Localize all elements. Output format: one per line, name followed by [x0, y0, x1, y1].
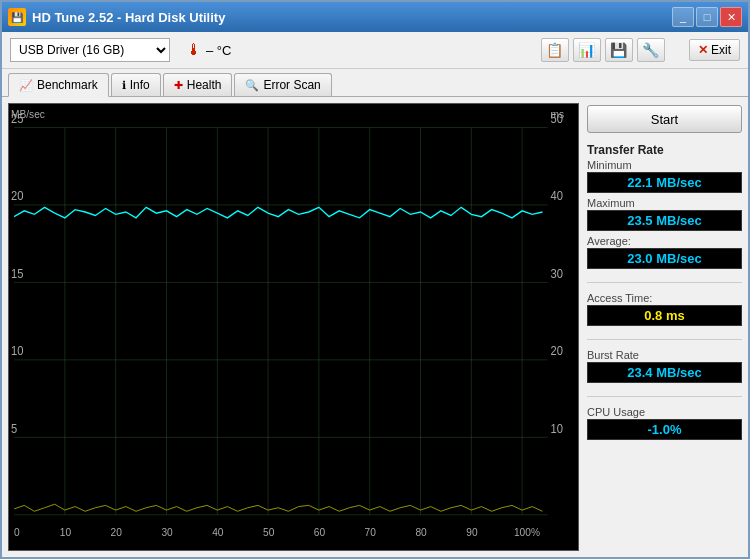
maximum-label: Maximum: [587, 197, 742, 209]
maximize-button[interactable]: □: [696, 7, 718, 27]
svg-text:20: 20: [11, 188, 24, 203]
save-icon-button[interactable]: 💾: [605, 38, 633, 62]
cpu-usage-label: CPU Usage: [587, 406, 742, 418]
tab-error-scan[interactable]: 🔍 Error Scan: [234, 73, 331, 96]
error-scan-tab-icon: 🔍: [245, 79, 259, 92]
drive-select[interactable]: USB Driver (16 GB): [10, 38, 170, 62]
access-time-label: Access Time:: [587, 292, 742, 304]
app-icon: 💾: [8, 8, 26, 26]
stats-panel: Start Transfer Rate Minimum 22.1 MB/sec …: [587, 103, 742, 551]
svg-rect-0: [9, 104, 578, 550]
divider-3: [587, 396, 742, 397]
svg-text:40: 40: [551, 188, 564, 203]
svg-text:30: 30: [161, 525, 172, 538]
chart-icon-button[interactable]: 📊: [573, 38, 601, 62]
svg-text:5: 5: [11, 421, 17, 436]
svg-text:100%: 100%: [514, 525, 540, 538]
toolbar-icons: 📋 📊 💾 🔧: [541, 38, 665, 62]
minimum-value: 22.1 MB/sec: [587, 172, 742, 193]
main-content: 25 20 15 10 5 MB/sec 50 40 30 20 10 ms 0…: [2, 97, 748, 557]
svg-text:10: 10: [60, 525, 71, 538]
start-button[interactable]: Start: [587, 105, 742, 133]
burst-rate-section: Burst Rate 23.4 MB/sec: [587, 349, 742, 387]
svg-text:70: 70: [365, 525, 376, 538]
titlebar: 💾 HD Tune 2.52 - Hard Disk Utility _ □ ✕: [2, 2, 748, 32]
transfer-rate-title: Transfer Rate: [587, 143, 742, 157]
exit-x-icon: ✕: [698, 43, 708, 57]
benchmark-tab-icon: 📈: [19, 79, 33, 92]
exit-label: Exit: [711, 43, 731, 57]
benchmark-chart: 25 20 15 10 5 MB/sec 50 40 30 20 10 ms 0…: [8, 103, 579, 551]
svg-text:90: 90: [466, 525, 477, 538]
svg-text:20: 20: [551, 343, 564, 358]
tab-info[interactable]: ℹ Info: [111, 73, 161, 96]
tab-health[interactable]: ✚ Health: [163, 73, 233, 96]
access-time-value: 0.8 ms: [587, 305, 742, 326]
health-tab-icon: ✚: [174, 79, 183, 92]
svg-text:20: 20: [111, 525, 122, 538]
tab-benchmark[interactable]: 📈 Benchmark: [8, 73, 109, 97]
info-tab-icon: ℹ: [122, 79, 126, 92]
svg-text:40: 40: [212, 525, 223, 538]
tab-bar: 📈 Benchmark ℹ Info ✚ Health 🔍 Error Scan: [2, 69, 748, 97]
svg-text:0: 0: [14, 525, 20, 538]
divider-1: [587, 282, 742, 283]
svg-text:80: 80: [415, 525, 426, 538]
maximum-value: 23.5 MB/sec: [587, 210, 742, 231]
access-time-section: Access Time: 0.8 ms: [587, 292, 742, 330]
cpu-usage-section: CPU Usage -1.0%: [587, 406, 742, 444]
health-tab-label: Health: [187, 78, 222, 92]
minimize-button[interactable]: _: [672, 7, 694, 27]
svg-text:50: 50: [263, 525, 274, 538]
minimum-label: Minimum: [587, 159, 742, 171]
window-title: HD Tune 2.52 - Hard Disk Utility: [32, 10, 225, 25]
error-scan-tab-label: Error Scan: [263, 78, 320, 92]
svg-text:10: 10: [11, 343, 24, 358]
svg-text:10: 10: [551, 421, 564, 436]
benchmark-tab-label: Benchmark: [37, 78, 98, 92]
svg-text:ms: ms: [551, 107, 565, 120]
svg-text:15: 15: [11, 266, 24, 281]
svg-text:30: 30: [551, 266, 564, 281]
divider-2: [587, 339, 742, 340]
svg-text:60: 60: [314, 525, 325, 538]
transfer-rate-section: Transfer Rate Minimum 22.1 MB/sec Maximu…: [587, 143, 742, 273]
toolbar: USB Driver (16 GB) 🌡 – °C 📋 📊 💾 🔧 ✕ Exit: [2, 32, 748, 69]
average-label: Average:: [587, 235, 742, 247]
thermometer-icon: 🌡: [186, 41, 202, 59]
average-value: 23.0 MB/sec: [587, 248, 742, 269]
window-controls: _ □ ✕: [672, 7, 742, 27]
main-window: 💾 HD Tune 2.52 - Hard Disk Utility _ □ ✕…: [0, 0, 750, 559]
exit-button[interactable]: ✕ Exit: [689, 39, 740, 61]
info-tab-label: Info: [130, 78, 150, 92]
svg-text:MB/sec: MB/sec: [11, 107, 45, 120]
temperature-display: 🌡 – °C: [186, 41, 231, 59]
temp-value: – °C: [206, 43, 231, 58]
settings-icon-button[interactable]: 🔧: [637, 38, 665, 62]
cpu-usage-value: -1.0%: [587, 419, 742, 440]
burst-rate-value: 23.4 MB/sec: [587, 362, 742, 383]
copy-icon-button[interactable]: 📋: [541, 38, 569, 62]
close-button[interactable]: ✕: [720, 7, 742, 27]
burst-rate-label: Burst Rate: [587, 349, 742, 361]
